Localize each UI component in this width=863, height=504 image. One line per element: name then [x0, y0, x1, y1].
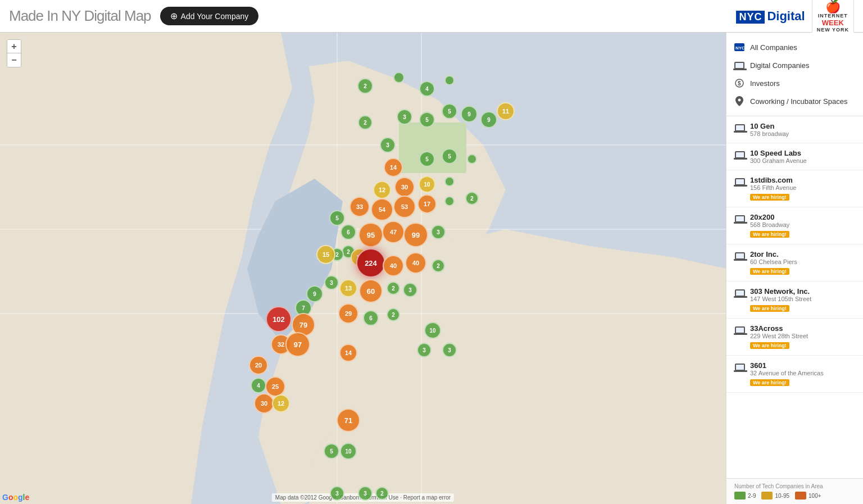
map-cluster[interactable]: 3 [431, 225, 446, 239]
list-item[interactable]: 10 Gen 578 broadway [726, 116, 863, 143]
map-cluster[interactable]: 5 [442, 148, 457, 164]
map-cluster[interactable]: 6 [363, 310, 379, 326]
map-cluster[interactable]: 12 [272, 394, 290, 412]
map-cluster[interactable] [393, 72, 405, 83]
map-cluster[interactable]: 95 [358, 223, 383, 247]
map-container[interactable]: + − Google Map data ©2012 Google, Sanbor… [0, 33, 726, 504]
map-cluster[interactable]: 2 [357, 78, 373, 94]
map-cluster[interactable]: 9 [306, 285, 323, 302]
company-address: 578 broadway [750, 130, 855, 137]
map-cluster[interactable]: 2 [387, 308, 400, 321]
map-cluster[interactable]: 71 [337, 408, 360, 432]
plus-icon: ⊕ [170, 11, 178, 21]
page-title: Made In NY Digital Map [9, 7, 151, 25]
list-item[interactable]: 1stdibs.com 156 Fifth Avenue We are hiri… [726, 170, 863, 207]
map-cluster[interactable]: 4 [251, 378, 266, 393]
add-company-button[interactable]: ⊕ Add Your Company [160, 7, 259, 25]
map-cluster[interactable]: 6 [340, 224, 356, 240]
sidebar: NYCAll CompaniesDigital Companies$Invest… [726, 33, 863, 504]
map-cluster[interactable]: 2 [465, 192, 479, 205]
map-cluster[interactable]: 30 [394, 177, 415, 197]
iw-line2: WEEK [822, 19, 844, 27]
map-cluster[interactable]: 5 [324, 443, 339, 459]
company-name: 10 Gen [750, 122, 855, 130]
map-cluster[interactable]: 5 [442, 103, 457, 119]
map-controls[interactable]: + − [7, 39, 21, 67]
map-cluster[interactable] [444, 196, 455, 206]
hiring-badge: We are hiring! [750, 231, 789, 238]
all-companies-icon: NYC [734, 42, 744, 52]
map-cluster[interactable]: 9 [461, 106, 478, 122]
sidebar-footer: Number of Tech Companies in Area 2-9 10-… [726, 478, 863, 504]
map-cluster[interactable]: 20 [249, 356, 268, 375]
map-cluster[interactable]: 102 [266, 306, 292, 332]
map-cluster[interactable]: 5 [419, 151, 435, 167]
map-cluster[interactable]: 97 [285, 332, 310, 357]
map-cluster[interactable]: 5 [419, 112, 435, 128]
map-cluster[interactable]: 53 [393, 196, 416, 218]
list-item[interactable]: 2tor Inc. 60 Chelsea Piers We are hiring… [726, 244, 863, 281]
map-cluster[interactable]: 14 [339, 344, 357, 362]
hiring-badge: We are hiring! [750, 268, 789, 275]
map-cluster[interactable] [467, 154, 477, 164]
company-name: 303 Network, Inc. [750, 287, 855, 296]
count-label: Number of Tech Companies in Area [734, 483, 855, 489]
map-cluster[interactable]: 3 [380, 137, 396, 153]
map-cluster[interactable]: 10 [419, 176, 435, 193]
company-info: 10 Gen 578 broadway [750, 122, 855, 137]
map-cluster[interactable]: 29 [338, 303, 358, 324]
map-cluster[interactable]: 54 [371, 198, 393, 221]
map-cluster[interactable]: 4 [419, 81, 435, 97]
map-cluster[interactable]: 3 [417, 343, 432, 357]
map-cluster[interactable]: 33 [349, 197, 370, 217]
map-cluster[interactable]: 3 [358, 486, 373, 501]
map-cluster[interactable]: 47 [382, 221, 405, 243]
map-cluster[interactable]: 10 [424, 322, 441, 339]
sidebar-item-all-companies[interactable]: NYCAll Companies [726, 38, 863, 56]
map-cluster[interactable]: 3 [442, 343, 457, 357]
map-cluster[interactable]: 13 [339, 279, 357, 297]
svg-text:NYC: NYC [735, 46, 744, 51]
list-item[interactable]: 303 Network, Inc. 147 West 105th Street … [726, 281, 863, 319]
map-cluster[interactable]: 40 [405, 252, 426, 274]
map-cluster[interactable]: 60 [359, 279, 383, 303]
coworking-icon [734, 96, 744, 106]
digital-label: Digital [767, 9, 805, 24]
company-type-icon [734, 362, 746, 371]
list-item[interactable]: 3601 32 Avenue of the Americas We are hi… [726, 356, 863, 393]
company-address: 156 Fifth Avenue [750, 184, 855, 191]
zoom-in-button[interactable]: + [7, 40, 21, 53]
map-cluster[interactable]: 2 [375, 487, 389, 500]
map-cluster[interactable]: 2 [432, 259, 445, 273]
map-cluster[interactable]: 5 [329, 210, 345, 226]
list-item[interactable]: 33Across 229 West 28th Street We are hir… [726, 319, 863, 356]
zoom-out-button[interactable]: − [7, 53, 21, 67]
company-type-icon [734, 177, 746, 186]
sidebar-item-investors[interactable]: $Investors [726, 74, 863, 92]
map-cluster[interactable] [444, 176, 455, 187]
map-cluster[interactable] [444, 75, 455, 85]
map-cluster[interactable]: 3 [324, 275, 339, 290]
map-cluster[interactable]: 3 [330, 486, 344, 501]
map-cluster[interactable]: 30 [254, 393, 274, 414]
company-name: 2tor Inc. [750, 250, 855, 258]
map-cluster[interactable]: 10 [340, 443, 357, 460]
map-cluster[interactable]: 3 [403, 283, 417, 297]
map-cluster[interactable]: 99 [403, 223, 428, 247]
map-cluster[interactable]: 2 [387, 281, 400, 295]
map-cluster[interactable]: 11 [497, 102, 515, 120]
company-list[interactable]: 10 Gen 578 broadway 10 Speed Labs 300 Gr… [726, 116, 863, 478]
map-cluster[interactable]: 2 [358, 115, 373, 130]
map-cluster[interactable]: 12 [373, 181, 391, 199]
map-cluster[interactable]: 17 [417, 194, 437, 214]
map-cluster[interactable]: 15 [316, 245, 335, 264]
sidebar-item-coworking[interactable]: Coworking / Incubator Spaces [726, 92, 863, 110]
map-cluster[interactable]: 14 [384, 158, 403, 177]
map-cluster[interactable]: 224 [356, 248, 385, 278]
map-cluster[interactable]: 9 [480, 111, 497, 128]
sidebar-item-digital-companies[interactable]: Digital Companies [726, 56, 863, 74]
map-cluster[interactable]: 40 [383, 255, 404, 276]
list-item[interactable]: 10 Speed Labs 300 Graham Avenue [726, 143, 863, 170]
map-cluster[interactable]: 3 [397, 109, 412, 125]
list-item[interactable]: 20x200 568 Broadway We are hiring! [726, 207, 863, 244]
